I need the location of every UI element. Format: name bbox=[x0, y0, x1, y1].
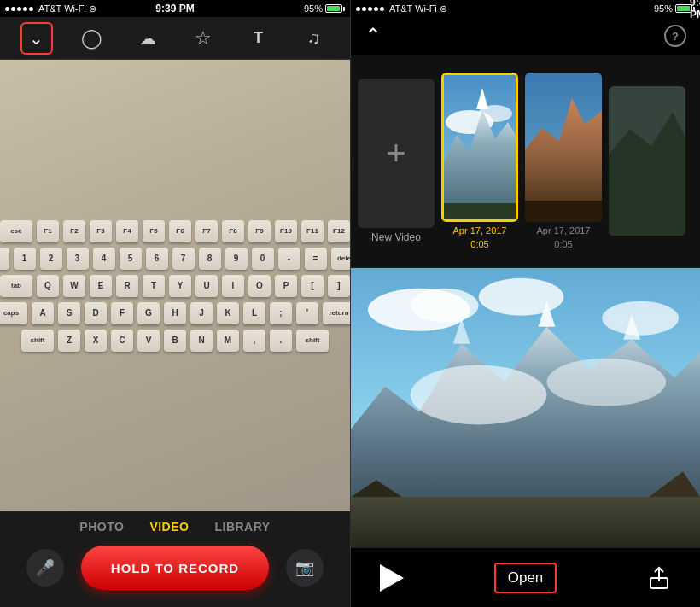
record-button-label: HOLD TO RECORD bbox=[111, 561, 239, 575]
key-h: H bbox=[164, 302, 186, 324]
battery-fill bbox=[327, 6, 340, 11]
cloud-button[interactable]: ☁ bbox=[131, 22, 164, 55]
rdot2 bbox=[362, 7, 366, 11]
rdot1 bbox=[356, 7, 360, 11]
camera-view: esc F1 F2 F3 F4 F5 F6 F7 F8 F9 F10 F11 F… bbox=[0, 60, 350, 511]
chevron-up-icon: ⌃ bbox=[365, 24, 382, 47]
fourth-video-thumbnail bbox=[609, 86, 685, 236]
key-f10: F10 bbox=[275, 220, 297, 242]
key-1: 1 bbox=[14, 248, 36, 270]
selected-video-item[interactable]: Apr 17, 2017 0:05 bbox=[441, 73, 518, 249]
music-button[interactable]: ♫ bbox=[298, 22, 330, 55]
new-video-item[interactable]: + New Video bbox=[358, 79, 435, 243]
star-button[interactable]: ☆ bbox=[187, 22, 219, 55]
key-8: 8 bbox=[199, 248, 221, 270]
right-battery-pct: 95% bbox=[654, 3, 673, 14]
back-button[interactable]: ⌃ bbox=[365, 24, 382, 48]
key-bracket-r: ] bbox=[328, 275, 350, 297]
key-escape: esc bbox=[0, 220, 32, 242]
signal-strength bbox=[5, 7, 33, 11]
dot5 bbox=[29, 7, 33, 11]
chevron-down-button[interactable]: ⌄ bbox=[20, 22, 53, 55]
svg-rect-8 bbox=[525, 201, 602, 222]
flip-camera-icon: 📷 bbox=[295, 558, 314, 577]
chevron-down-icon: ⌄ bbox=[29, 28, 44, 49]
right-status-right: 95% bbox=[654, 3, 695, 14]
key-f2: F2 bbox=[63, 220, 85, 242]
right-toolbar: ⌃ ? bbox=[351, 17, 700, 55]
bottom-bar: Open bbox=[351, 547, 700, 607]
key-semicolon: ; bbox=[270, 302, 292, 324]
key-f: F bbox=[111, 302, 133, 324]
help-button[interactable]: ? bbox=[664, 25, 686, 47]
key-u: U bbox=[195, 275, 218, 297]
music-icon: ♫ bbox=[307, 28, 320, 48]
key-b: B bbox=[164, 330, 186, 352]
third-video-item[interactable]: Apr 17, 2017 0:05 bbox=[525, 73, 602, 249]
key-f12: F12 bbox=[328, 220, 350, 242]
battery-tip bbox=[343, 7, 345, 11]
key-minus: - bbox=[278, 248, 300, 270]
key-period: . bbox=[270, 330, 292, 352]
chat-button[interactable]: ◯ bbox=[76, 22, 108, 55]
right-battery-fill bbox=[677, 6, 690, 11]
key-w: W bbox=[63, 275, 85, 297]
battery-icon bbox=[325, 4, 345, 13]
kb-row-5: shift Z X C V B N M , . shift bbox=[21, 330, 329, 352]
microphone-button[interactable]: 🎤 bbox=[26, 549, 64, 587]
microphone-icon: 🎤 bbox=[36, 558, 55, 577]
key-delete: delete bbox=[331, 248, 351, 270]
star-icon: ☆ bbox=[195, 27, 212, 50]
tab-photo[interactable]: PHOTO bbox=[79, 520, 124, 534]
bottom-controls: PHOTO VIDEO LIBRARY 🎤 HOLD TO RECORD 📷 bbox=[0, 511, 350, 607]
svg-rect-5 bbox=[444, 203, 518, 222]
mountain-scene-1 bbox=[444, 75, 518, 222]
key-5: 5 bbox=[120, 248, 142, 270]
new-video-thumbnail: + bbox=[358, 79, 435, 228]
svg-point-20 bbox=[411, 365, 547, 425]
tab-video[interactable]: VIDEO bbox=[149, 520, 189, 534]
tab-library[interactable]: LIBRARY bbox=[214, 520, 270, 534]
left-panel: AT&T Wi-Fi ⊜ 9:39 PM 95% ⌄ ◯ ☁ ☆ bbox=[0, 0, 350, 607]
chat-icon: ◯ bbox=[81, 27, 102, 50]
key-return: return bbox=[323, 302, 350, 324]
kb-row-4: caps A S D F G H J K L ; ' return bbox=[0, 302, 350, 324]
new-video-label: New Video bbox=[371, 231, 421, 243]
key-f11: F11 bbox=[301, 220, 324, 242]
play-button[interactable] bbox=[376, 563, 407, 593]
key-j: J bbox=[190, 302, 213, 324]
key-e: E bbox=[90, 275, 112, 297]
key-bracket-l: [ bbox=[301, 275, 324, 297]
cloud-icon: ☁ bbox=[139, 28, 156, 49]
rdot5 bbox=[380, 7, 384, 11]
svg-point-21 bbox=[546, 359, 666, 406]
record-button[interactable]: HOLD TO RECORD bbox=[81, 546, 269, 590]
key-t: T bbox=[143, 275, 165, 297]
share-button[interactable] bbox=[644, 563, 674, 593]
key-f9: F9 bbox=[248, 220, 271, 242]
key-2: 2 bbox=[40, 248, 62, 270]
flip-camera-button[interactable]: 📷 bbox=[286, 549, 324, 587]
key-x: X bbox=[85, 330, 107, 352]
selected-video-date: Apr 17, 2017 bbox=[453, 225, 507, 236]
third-video-date: Apr 17, 2017 bbox=[537, 225, 591, 236]
open-button[interactable]: Open bbox=[494, 563, 557, 593]
svg-point-15 bbox=[602, 301, 679, 336]
key-3: 3 bbox=[67, 248, 89, 270]
key-d: D bbox=[85, 302, 107, 324]
key-9: 9 bbox=[225, 248, 248, 270]
video-preview bbox=[351, 268, 700, 547]
svg-rect-22 bbox=[351, 497, 700, 547]
wifi-icon: ⊜ bbox=[89, 3, 96, 15]
right-wifi-icon: ⊜ bbox=[440, 3, 447, 15]
text-button[interactable]: T bbox=[242, 22, 275, 55]
selected-video-duration: 0:05 bbox=[470, 239, 488, 249]
dot4 bbox=[23, 7, 27, 11]
dot2 bbox=[11, 7, 15, 11]
key-k: K bbox=[217, 302, 239, 324]
fourth-video-item[interactable] bbox=[609, 86, 685, 236]
question-mark-icon: ? bbox=[672, 30, 679, 43]
left-status-bar: AT&T Wi-Fi ⊜ 9:39 PM 95% bbox=[0, 0, 350, 17]
key-7: 7 bbox=[172, 248, 195, 270]
left-time: 9:39 PM bbox=[155, 3, 194, 15]
